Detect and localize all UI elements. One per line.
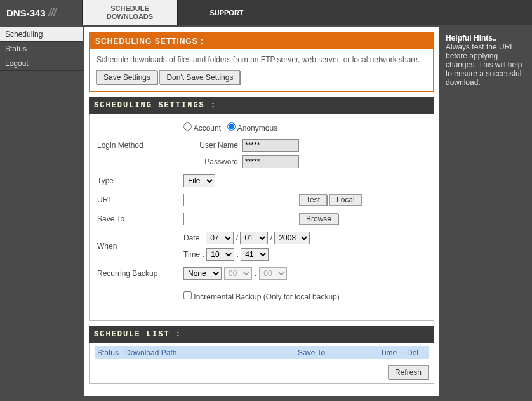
settings-panel-title: SCHEDULING SETTINGS : (89, 97, 434, 114)
password-label: Password (197, 157, 238, 166)
product-logo: DNS-343/// (0, 0, 83, 25)
type-select[interactable]: File (183, 174, 215, 187)
schedule-list-panel: SCHEDULE LIST : Status Download Path Sav… (89, 326, 434, 384)
url-input[interactable] (183, 194, 296, 206)
login-account-radio[interactable]: Account (183, 124, 221, 133)
th-time: Time (380, 348, 407, 357)
th-del: Del (407, 348, 426, 357)
time-hour-select[interactable]: 10 (206, 248, 234, 261)
scheduling-settings-banner: SCHEDULING SETTINGS : Schedule downloads… (89, 32, 434, 92)
hints-title: Helpful Hints.. (446, 34, 497, 43)
recurring-select[interactable]: None (183, 267, 222, 280)
save-to-label: Save To (97, 214, 183, 223)
time-label: Time : (183, 250, 204, 259)
th-download-path: Download Path (125, 348, 298, 357)
date-year-select[interactable]: 2008 (274, 232, 310, 244)
banner-description: Schedule downloads of files and folders … (96, 55, 427, 64)
save-to-input[interactable] (183, 213, 296, 225)
url-label: URL (97, 195, 183, 204)
type-label: Type (97, 176, 183, 185)
topbar-spacer (276, 0, 532, 25)
hints-body: Always test the URL before applying chan… (446, 43, 522, 87)
date-label: Date : (183, 233, 204, 242)
login-anonymous-radio[interactable]: Anonymous (227, 124, 277, 133)
login-method-label: Login Method (97, 141, 183, 150)
tab-schedule-downloads[interactable]: SCHEDULE DOWNLOADS (83, 0, 178, 25)
schedule-list-title: SCHEDULE LIST : (89, 326, 434, 343)
recurring-hour-select[interactable]: 00 (224, 267, 252, 280)
th-save-to: Save To (298, 348, 380, 357)
refresh-button[interactable]: Refresh (388, 365, 429, 379)
recurring-label: Recurring Backup (97, 269, 183, 278)
scheduling-settings-panel: SCHEDULING SETTINGS : Login Method Accou… (89, 97, 434, 321)
save-settings-button[interactable]: Save Settings (96, 70, 157, 84)
sidebar-item-scheduling[interactable]: Scheduling (0, 27, 83, 42)
date-month-select[interactable]: 07 (206, 232, 234, 244)
th-status: Status (97, 348, 125, 357)
sidebar-item-logout[interactable]: Logout (0, 56, 83, 71)
recurring-minute-select[interactable]: 00 (259, 267, 287, 280)
password-input[interactable] (242, 155, 299, 168)
username-input[interactable] (242, 139, 299, 152)
helpful-hints-panel: Helpful Hints.. Always test the URL befo… (439, 27, 532, 401)
local-button[interactable]: Local (329, 194, 362, 206)
time-minute-select[interactable]: 41 (241, 248, 269, 261)
when-label: When (97, 242, 183, 251)
date-day-select[interactable]: 01 (240, 232, 268, 244)
schedule-list-header: Status Download Path Save To Time Del (95, 346, 429, 359)
sidebar-item-status[interactable]: Status (0, 42, 83, 56)
browse-button[interactable]: Browse (299, 213, 338, 225)
incremental-checkbox[interactable]: Incremental Backup (Only for local backu… (183, 291, 340, 301)
dont-save-settings-button[interactable]: Don't Save Settings (159, 70, 240, 84)
sidebar: Scheduling Status Logout (0, 25, 83, 401)
banner-title: SCHEDULING SETTINGS : (90, 34, 433, 49)
tab-support[interactable]: SUPPORT (178, 0, 276, 25)
username-label: User Name (197, 141, 238, 150)
test-button[interactable]: Test (299, 194, 327, 206)
